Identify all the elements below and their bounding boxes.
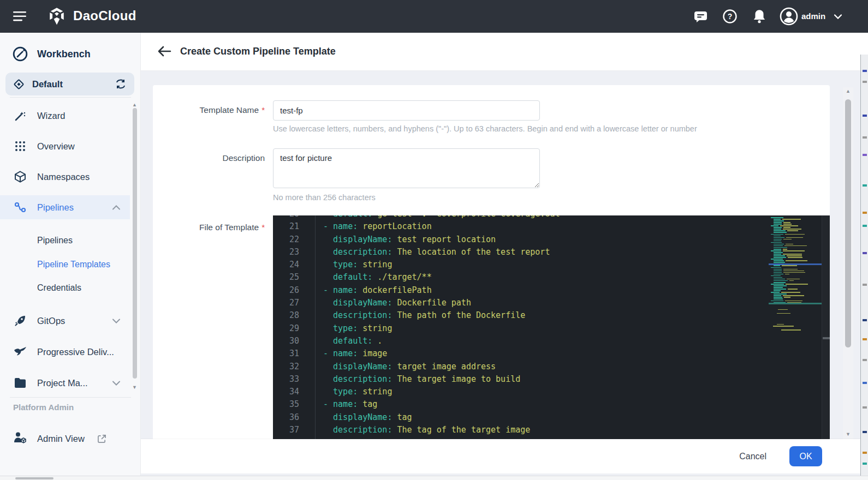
user-menu-toggle[interactable] [830,0,846,33]
ruler-tick [863,359,867,361]
bell-icon [752,9,766,24]
ruler-tick [863,252,867,254]
sidebar-subitem-credentials[interactable]: Credentials [0,276,130,300]
minimap-line [783,271,804,272]
scroll-up-icon[interactable]: ▲ [132,103,137,107]
workbench-label: Workbench [37,49,91,60]
code-line[interactable]: 31- name: image [273,347,830,360]
code-line[interactable]: 22 displayName: test report location [273,233,830,246]
code-line[interactable]: 30 default: . [273,335,830,347]
user-avatar[interactable] [778,0,799,33]
minimap-line [783,269,797,270]
sidebar-subitem-pipeline-templates[interactable]: Pipeline Templates [0,253,130,277]
horizontal-scrollbar[interactable] [0,476,868,480]
code-line[interactable]: 33 description: The target image to buil… [273,373,830,386]
editor-scrollbar[interactable] [822,215,830,439]
minimap-line [789,280,794,281]
minimap-line [774,222,782,223]
sidebar-item-gitops[interactable]: GitOps [0,309,130,333]
minimap-line [777,324,784,325]
sidebar-item-label: Project Ma... [37,378,88,388]
template-name-input[interactable] [273,100,540,121]
code-line[interactable]: 32 displayName: target image address [273,361,830,373]
code-line[interactable]: 24 type: string [273,259,830,271]
code-line[interactable]: 34 type: string [273,386,830,398]
admin-user-icon [13,431,27,444]
scroll-down-icon[interactable]: ▼ [132,385,137,390]
description-label: Description [153,148,265,168]
sidebar-scroll-thumb[interactable] [133,108,137,379]
cancel-button[interactable]: Cancel [729,446,776,466]
messages-button[interactable] [691,0,710,33]
code-line[interactable]: 25 default: ./target/** [273,271,830,284]
workbench-header[interactable]: Workbench [12,46,91,62]
hamburger-menu-button[interactable] [10,0,29,33]
minimap-line [774,293,787,295]
switch-workspace-icon[interactable] [115,79,127,89]
back-button[interactable] [157,45,173,59]
minimap-line [774,297,782,298]
external-link-icon [97,434,106,443]
line-number: 26 [273,284,299,297]
description-textarea[interactable]: test for picture [273,148,540,188]
sidebar-item-overview[interactable]: Overview [0,134,130,158]
sidebar-item-namespaces[interactable]: Namespaces [0,165,130,189]
svg-text:?: ? [728,12,733,21]
code-line[interactable]: 23 description: The location of the test… [273,246,830,259]
line-number: 22 [273,233,299,246]
content-scrollbar[interactable]: ▲ ▼ [843,87,853,439]
sidebar-item-project-management[interactable]: Project Ma... [0,371,130,395]
minimap-line [771,259,783,260]
minimap-line [778,309,788,310]
editor-minimap[interactable] [769,215,822,439]
ruler-tick [863,136,867,139]
line-number: 37 [273,424,299,436]
content-scroll-thumb[interactable] [845,99,851,347]
sidebar-scrollbar[interactable]: ▲ ▼ [131,103,139,391]
minimap-line [786,260,807,261]
code-line[interactable]: 27 displayName: Dockerfile path [273,297,830,309]
minimap-line [771,250,781,251]
minimap-line [785,234,805,235]
sidebar-subitem-pipelines[interactable]: Pipelines [0,229,130,253]
line-number: 34 [273,386,299,398]
minimap-line [787,255,802,256]
horizontal-scroll-thumb[interactable] [15,477,53,479]
editor-scroll-thumb[interactable] [823,337,830,339]
code-line[interactable]: 21- name: reportLocation [273,220,830,233]
scroll-down-icon[interactable]: ▼ [846,432,851,437]
sidebar-item-label: Wizard [37,111,65,121]
minimap-line [771,275,781,277]
bird-icon [13,346,27,358]
minimap-line [771,284,784,285]
notifications-button[interactable] [750,0,769,33]
minimap-line [774,254,781,255]
sidebar-item-pipelines[interactable]: Pipelines [0,195,130,219]
minimap-line [774,287,783,288]
form-footer: Cancel OK [141,439,868,473]
minimap-line [774,230,786,231]
ok-button[interactable]: OK [789,446,822,466]
code-line[interactable]: 37 description: The tag of the target im… [273,424,830,436]
scroll-up-icon[interactable]: ▲ [846,89,851,94]
help-button[interactable]: ? [721,0,739,33]
workspace-selector[interactable]: Default [5,73,134,95]
sidebar-item-admin-view[interactable]: Admin View [0,427,141,451]
code-text: displayName: test report location [323,233,496,246]
code-line[interactable]: 20 default: go test -v -coverprofile cov… [273,215,830,220]
yaml-code-editor[interactable]: 20 default: go test -v -coverprofile cov… [273,215,830,439]
code-line[interactable]: 28 description: The path of the Dockerfi… [273,309,830,322]
sidebar-item-progressive-delivery[interactable]: Progressive Deliv... [0,340,130,364]
code-line[interactable]: 26- name: dockerfilePath [273,284,830,297]
code-line[interactable]: 36 displayName: tag [273,411,830,424]
template-name-hint: Use lowercase letters, numbers, and hyph… [273,124,775,133]
code-line[interactable]: 35- name: tag [273,398,830,411]
minimap-line [774,229,781,230]
ruler-tick [863,81,867,83]
code-line[interactable]: 29 type: string [273,322,830,335]
line-number: 20 [273,215,299,220]
sidebar-item-wizard[interactable]: Wizard [0,104,130,128]
minimap-line [783,227,790,228]
code-text: - name: dockerfilePath [323,284,432,297]
minimap-line [774,219,781,220]
